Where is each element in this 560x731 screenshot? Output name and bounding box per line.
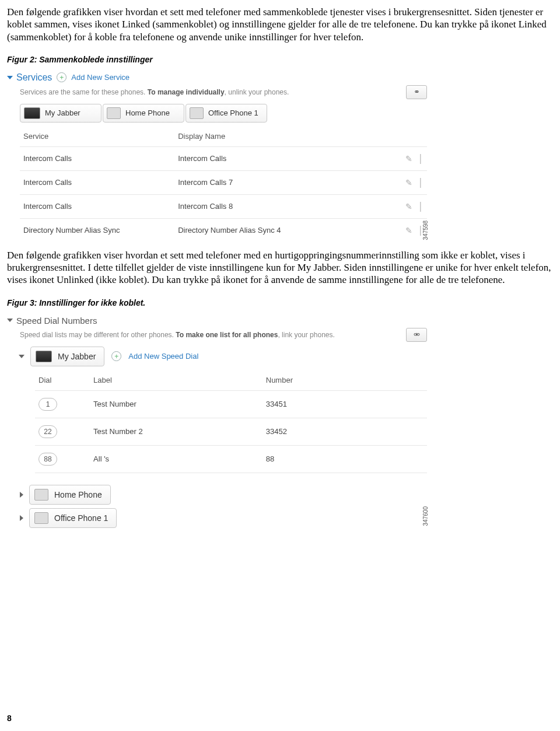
phone-tab-office-phone-1[interactable]: Office Phone 1	[186, 104, 267, 123]
divider-icon: │	[418, 202, 424, 211]
speed-dial-table: Dial Label Number 1 Test Number33451 22 …	[35, 370, 427, 481]
phone-tab-home-phone[interactable]: Home Phone	[103, 104, 184, 123]
device-icon	[34, 489, 48, 501]
dial-badge: 1	[38, 398, 57, 411]
services-table: Service Display Name Intercom CallsInter…	[20, 126, 427, 242]
table-row: 88 All 's88	[35, 445, 427, 473]
device-icon	[24, 107, 40, 119]
table-row	[35, 473, 427, 481]
device-my-jabber[interactable]: My Jabber	[30, 347, 104, 366]
add-icon[interactable]: +	[57, 72, 66, 82]
device-icon	[34, 512, 48, 524]
add-new-speed-dial-link[interactable]: Add New Speed Dial	[128, 352, 198, 361]
col-label: Label	[90, 370, 262, 391]
disclosure-icon[interactable]	[19, 355, 24, 358]
figure-id: 347600	[422, 506, 429, 526]
table-row: Intercom CallsIntercom Calls ✎│	[20, 146, 427, 170]
col-number: Number	[262, 370, 427, 391]
disclosure-icon[interactable]	[7, 319, 13, 322]
device-icon	[36, 351, 52, 362]
disclosure-icon[interactable]	[20, 492, 23, 498]
add-new-service-link[interactable]: Add New Service	[71, 73, 130, 82]
col-display-name: Display Name	[174, 126, 385, 147]
add-icon[interactable]: +	[111, 351, 121, 361]
link-icon: ⚭	[414, 88, 420, 96]
table-row: Intercom CallsIntercom Calls 8 ✎│	[20, 194, 427, 218]
device-icon	[107, 107, 121, 119]
services-note: Services are the same for these phones. …	[20, 85, 427, 99]
disclosure-icon[interactable]	[20, 515, 23, 521]
edit-icon[interactable]: ✎	[405, 178, 412, 187]
col-dial: Dial	[35, 370, 90, 391]
services-heading: Services	[16, 72, 52, 83]
phone-tab-my-jabber[interactable]: My Jabber	[20, 104, 102, 123]
edit-icon[interactable]: ✎	[405, 154, 412, 163]
divider-icon: │	[418, 178, 424, 187]
table-row: 1 Test Number33451	[35, 390, 427, 418]
figure-3-caption: Figur 3: Innstillinger for ikke koblet.	[7, 298, 553, 307]
figure-2-panel: Services + Add New Service Services are …	[7, 70, 427, 242]
device-office-phone-1[interactable]: Office Phone 1	[29, 508, 117, 528]
intro-paragraph-2: Den følgende grafikken viser hvordan et …	[7, 249, 553, 286]
divider-icon: │	[418, 154, 424, 163]
figure-id: 347598	[422, 221, 429, 240]
link-toggle-button[interactable]: ⚮	[406, 328, 427, 342]
unlink-icon: ⚮	[414, 330, 420, 339]
link-toggle-button[interactable]: ⚭	[406, 85, 427, 99]
table-row: Intercom CallsIntercom Calls 7 ✎│	[20, 170, 427, 194]
table-row: Directory Number Alias SyncDirectory Num…	[20, 218, 427, 242]
page-number: 8	[7, 713, 12, 723]
figure-2-caption: Figur 2: Sammenkoblede innstillinger	[7, 55, 553, 64]
edit-icon[interactable]: ✎	[405, 226, 412, 235]
figure-3-panel: Speed Dial Numbers Speed dial lists may …	[7, 313, 427, 528]
disclosure-icon[interactable]	[7, 76, 13, 79]
device-home-phone[interactable]: Home Phone	[29, 485, 111, 505]
device-icon	[190, 107, 204, 119]
dial-badge: 22	[38, 425, 57, 438]
table-row: 22 Test Number 233452	[35, 418, 427, 445]
edit-icon[interactable]: ✎	[405, 202, 412, 211]
col-service: Service	[20, 126, 174, 147]
intro-paragraph-1: Den følgende grafikken viser hvordan et …	[7, 6, 553, 43]
speed-dial-note: Speed dial lists may be different for ot…	[20, 328, 427, 342]
speed-dial-heading: Speed Dial Numbers	[16, 316, 97, 326]
dial-badge: 88	[38, 453, 57, 466]
